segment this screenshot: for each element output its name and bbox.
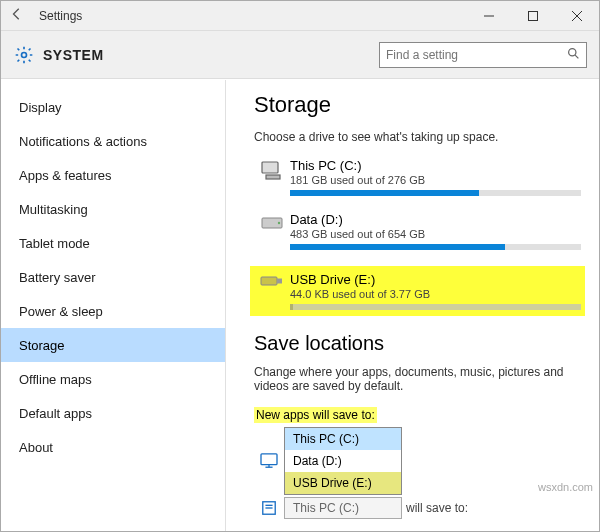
- sidebar-item-storage[interactable]: Storage: [1, 328, 225, 362]
- save-locations-subheading: Change where your apps, documents, music…: [254, 365, 581, 393]
- body: DisplayNotifications & actionsApps & fea…: [1, 80, 599, 531]
- new-apps-label: New apps will save to:: [254, 407, 377, 423]
- usage-bar: [290, 304, 581, 310]
- drive-row[interactable]: This PC (C:)181 GB used out of 276 GB: [254, 158, 581, 196]
- settings-window: Settings SYSTEM: [0, 0, 600, 532]
- drive-icon: [254, 212, 290, 232]
- drive-name: This PC (C:): [290, 158, 581, 173]
- drive-usage: 181 GB used out of 276 GB: [290, 174, 581, 186]
- dropdown-option[interactable]: USB Drive (E:): [285, 472, 401, 494]
- sidebar-item-apps-features[interactable]: Apps & features: [1, 158, 225, 192]
- svg-point-5: [569, 48, 576, 55]
- sidebar-item-multitasking[interactable]: Multitasking: [1, 192, 225, 226]
- storage-heading: Storage: [254, 92, 581, 118]
- save-block: New apps will save to: This PC (C:)Data …: [254, 407, 581, 519]
- sidebar-item-offline-maps[interactable]: Offline maps: [1, 362, 225, 396]
- document-icon: [254, 500, 284, 516]
- sidebar-item-power-sleep[interactable]: Power & sleep: [1, 294, 225, 328]
- usage-bar: [290, 244, 581, 250]
- svg-point-4: [22, 52, 27, 57]
- drive-row[interactable]: USB Drive (E:)44.0 KB used out of 3.77 G…: [250, 266, 585, 316]
- svg-rect-7: [262, 162, 278, 173]
- close-button[interactable]: [555, 1, 599, 31]
- drive-name: Data (D:): [290, 212, 581, 227]
- search-icon: [567, 47, 580, 63]
- drive-usage: 44.0 KB used out of 3.77 GB: [290, 288, 581, 300]
- sidebar-item-about[interactable]: About: [1, 430, 225, 464]
- section-heading: SYSTEM: [43, 47, 104, 63]
- search-box[interactable]: [379, 42, 587, 68]
- titlebar: Settings: [1, 1, 599, 31]
- svg-rect-8: [266, 175, 280, 179]
- next-save-dropdown[interactable]: This PC (C:): [284, 497, 402, 519]
- sidebar-item-display[interactable]: Display: [1, 90, 225, 124]
- dropdown-option[interactable]: Data (D:): [285, 450, 401, 472]
- next-save-value: This PC (C:): [293, 501, 359, 515]
- back-button[interactable]: [1, 7, 33, 25]
- dropdown-option[interactable]: This PC (C:): [285, 428, 401, 450]
- svg-point-10: [278, 222, 280, 224]
- maximize-button[interactable]: [511, 1, 555, 31]
- drive-name: USB Drive (E:): [290, 272, 581, 287]
- search-input[interactable]: [386, 48, 567, 62]
- svg-rect-13: [261, 454, 277, 465]
- monitor-icon: [254, 453, 284, 469]
- save-location-dropdown[interactable]: This PC (C:)Data (D:)USB Drive (E:): [284, 427, 402, 495]
- save-locations-heading: Save locations: [254, 332, 581, 355]
- gear-icon: [13, 44, 35, 66]
- sidebar-item-default-apps[interactable]: Default apps: [1, 396, 225, 430]
- drive-row[interactable]: Data (D:)483 GB used out of 654 GB: [254, 212, 581, 250]
- next-save-trailing: will save to:: [406, 501, 468, 515]
- sidebar-item-notifications-actions[interactable]: Notifications & actions: [1, 124, 225, 158]
- svg-rect-11: [261, 277, 277, 285]
- svg-rect-1: [529, 11, 538, 20]
- svg-rect-12: [277, 279, 282, 284]
- sidebar-item-tablet-mode[interactable]: Tablet mode: [1, 226, 225, 260]
- drive-icon: [254, 272, 290, 288]
- main-panel: Storage Choose a drive to see what's tak…: [226, 80, 599, 531]
- usage-bar: [290, 190, 581, 196]
- minimize-button[interactable]: [467, 1, 511, 31]
- header-row: SYSTEM: [1, 31, 599, 79]
- window-title: Settings: [33, 9, 82, 23]
- drive-usage: 483 GB used out of 654 GB: [290, 228, 581, 240]
- sidebar-item-battery-saver[interactable]: Battery saver: [1, 260, 225, 294]
- storage-subheading: Choose a drive to see what's taking up s…: [254, 130, 581, 144]
- svg-line-6: [575, 55, 578, 58]
- sidebar: DisplayNotifications & actionsApps & fea…: [1, 80, 226, 531]
- drive-icon: [254, 158, 290, 180]
